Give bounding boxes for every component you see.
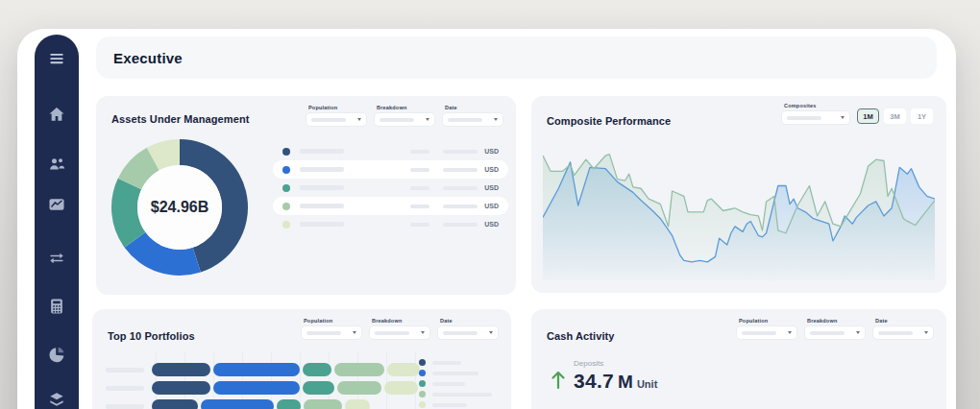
placeholder-value bbox=[443, 204, 478, 208]
card-cash-activity: Cash Activity PopulationBreakdownDate De… bbox=[531, 309, 946, 409]
placeholder-label bbox=[432, 372, 478, 375]
clients-icon bbox=[47, 155, 66, 174]
placeholder-value bbox=[443, 168, 478, 172]
placeholder-label bbox=[300, 149, 344, 154]
legend-row[interactable] bbox=[419, 399, 503, 409]
legend-row[interactable] bbox=[419, 389, 503, 399]
segment-teal[interactable] bbox=[303, 381, 334, 395]
filter-population: Population bbox=[306, 105, 366, 126]
segment-pale-green[interactable] bbox=[384, 381, 418, 395]
legend-row[interactable]: USD bbox=[273, 179, 508, 197]
portfolio-bar-row bbox=[106, 399, 415, 409]
range-button-1y[interactable]: 1Y bbox=[911, 108, 933, 124]
legend-dot bbox=[419, 380, 426, 387]
population-select[interactable] bbox=[306, 113, 366, 126]
chevron-down-icon bbox=[924, 331, 928, 334]
sidebar-item-allocation[interactable] bbox=[46, 344, 67, 365]
date-select[interactable] bbox=[443, 113, 502, 126]
filter-date: Date bbox=[873, 318, 933, 339]
currency-label: USD bbox=[484, 221, 499, 228]
legend-row[interactable] bbox=[419, 378, 503, 389]
metric-unit: Unit bbox=[637, 378, 657, 390]
filter-population: Population bbox=[302, 318, 361, 339]
page-header: Executive bbox=[96, 36, 937, 79]
placeholder-label bbox=[432, 382, 465, 386]
time-range-buttons: 1M3M1Y bbox=[857, 108, 933, 124]
placeholder-bar bbox=[306, 331, 341, 335]
segment-navy[interactable] bbox=[152, 381, 210, 395]
range-button-1m[interactable]: 1M bbox=[857, 108, 879, 124]
currency-label: USD bbox=[484, 203, 499, 209]
sidebar-item-calculator[interactable] bbox=[46, 296, 67, 317]
card-title: Top 10 Portfolios bbox=[108, 330, 195, 342]
placeholder-bar bbox=[787, 116, 821, 120]
segment-pale-green[interactable] bbox=[345, 399, 370, 409]
filter-label: Composites bbox=[784, 103, 849, 108]
placeholder-value bbox=[443, 150, 478, 154]
placeholder-value bbox=[443, 186, 478, 190]
segment-teal[interactable] bbox=[277, 399, 301, 409]
legend-dot bbox=[282, 166, 290, 174]
segment-pale-green[interactable] bbox=[387, 363, 420, 376]
placeholder-label bbox=[300, 204, 344, 208]
filter-label: Date bbox=[875, 318, 933, 324]
legend-row[interactable] bbox=[419, 368, 503, 378]
portfolios-legend bbox=[419, 357, 503, 409]
legend-row[interactable]: USD bbox=[273, 215, 508, 233]
legend-row[interactable]: USD bbox=[273, 160, 508, 179]
breakdown-select[interactable] bbox=[805, 326, 865, 339]
legend-row[interactable]: USD bbox=[273, 142, 508, 160]
sidebar-item-home[interactable] bbox=[46, 104, 67, 125]
placeholder-label bbox=[432, 393, 492, 397]
sidebar-item-clients[interactable] bbox=[46, 154, 67, 175]
composites-select[interactable] bbox=[782, 111, 849, 124]
placeholder-label bbox=[432, 361, 461, 365]
segment-blue[interactable] bbox=[213, 381, 300, 395]
legend-dot bbox=[419, 370, 426, 376]
placeholder-label bbox=[300, 185, 344, 190]
chevron-down-icon bbox=[357, 118, 361, 121]
placeholder-value bbox=[410, 150, 429, 154]
population-select[interactable] bbox=[737, 326, 796, 339]
currency-label: USD bbox=[484, 166, 499, 173]
placeholder-value bbox=[410, 168, 429, 172]
chevron-down-icon bbox=[494, 118, 498, 121]
filter-population: Population bbox=[737, 318, 796, 339]
currency-label: USD bbox=[484, 148, 499, 155]
segment-navy[interactable] bbox=[152, 363, 210, 376]
legend-row[interactable] bbox=[419, 357, 503, 368]
sidebar-item-menu[interactable] bbox=[46, 48, 67, 69]
segment-navy[interactable] bbox=[152, 399, 198, 409]
breakdown-select[interactable] bbox=[375, 113, 434, 126]
legend-row[interactable]: USD bbox=[273, 197, 508, 215]
segment-blue[interactable] bbox=[201, 399, 274, 409]
placeholder-bar bbox=[375, 331, 409, 335]
date-select[interactable] bbox=[873, 326, 933, 339]
population-select[interactable] bbox=[302, 326, 361, 339]
legend-dot bbox=[282, 184, 290, 192]
metric-label: Deposits bbox=[574, 359, 657, 368]
breakdown-select[interactable] bbox=[370, 326, 429, 339]
transactions-icon bbox=[47, 249, 66, 268]
sidebar-item-holdings[interactable] bbox=[46, 389, 67, 409]
placeholder-bar bbox=[810, 331, 845, 335]
sidebar-item-performance[interactable] bbox=[46, 194, 67, 215]
placeholder-row-label bbox=[106, 368, 144, 373]
segment-sage[interactable] bbox=[304, 399, 342, 409]
segment-teal[interactable] bbox=[303, 363, 331, 376]
filter-label: Population bbox=[304, 318, 361, 324]
segment-sage[interactable] bbox=[337, 381, 381, 395]
currency-label: USD bbox=[484, 184, 499, 191]
range-button-3m[interactable]: 3M bbox=[884, 108, 906, 124]
placeholder-value bbox=[443, 223, 478, 227]
composite-controls: Composites 1M3M1Y bbox=[782, 103, 933, 124]
filter-composites: Composites bbox=[782, 103, 849, 124]
segment-blue[interactable] bbox=[213, 363, 300, 376]
chevron-down-icon bbox=[856, 331, 860, 334]
date-select[interactable] bbox=[438, 326, 498, 339]
portfolio-bar-row bbox=[106, 381, 415, 395]
segment-sage[interactable] bbox=[334, 363, 384, 376]
filter-label: Breakdown bbox=[807, 318, 865, 324]
sidebar-item-transactions[interactable] bbox=[46, 248, 67, 269]
main-panel: Executive Assets Under Management Popula… bbox=[17, 29, 956, 409]
